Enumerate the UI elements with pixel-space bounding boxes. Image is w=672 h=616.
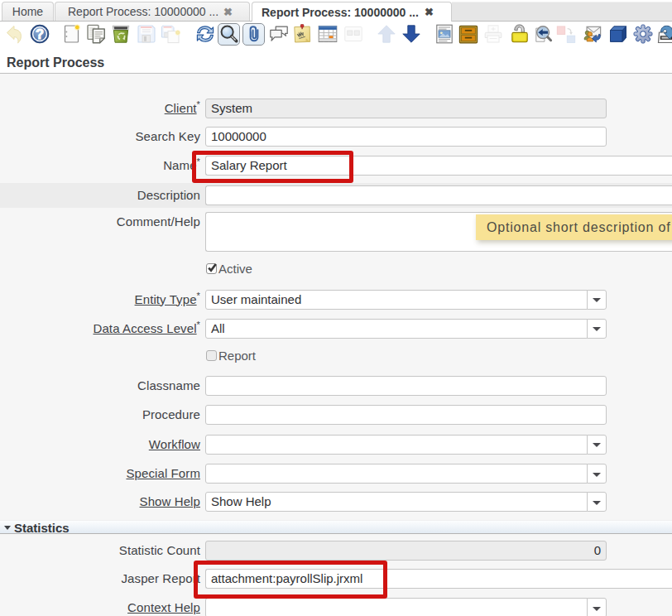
tab-report-process-2-label: Report Process: 10000000 ... (262, 6, 419, 19)
refresh-icon[interactable] (195, 24, 215, 44)
grid-toggle-icon[interactable] (318, 24, 338, 44)
tab-report-process-1-label: Report Process: 10000000 ... (68, 5, 218, 18)
tab-strip-empty-area (452, 2, 672, 21)
zoom-across-icon[interactable] (534, 24, 554, 44)
context-help-dropdown-button[interactable] (587, 598, 607, 616)
data-access-level-value[interactable]: All (205, 319, 588, 339)
report-checkbox-label: Report (218, 350, 256, 362)
data-access-level-label: Data Access Level* (0, 319, 200, 339)
delete-record-icon[interactable] (111, 24, 131, 44)
procedure-label: Procedure (0, 405, 200, 425)
classname-field[interactable] (205, 376, 607, 396)
export-icon[interactable] (657, 24, 672, 44)
chevron-down-icon (593, 473, 601, 477)
context-help-label: Context Help (0, 598, 200, 616)
active-checkbox-label: Active (218, 263, 252, 275)
special-form-value[interactable] (205, 464, 588, 484)
copy-record-icon[interactable] (86, 24, 106, 44)
procedure-field[interactable] (205, 405, 607, 425)
tab-home-label: Home (12, 5, 43, 18)
chevron-down-icon (593, 607, 601, 611)
name-label: Name* (0, 156, 200, 176)
data-access-level-dropdown-button[interactable] (587, 319, 607, 339)
tooltip: Optional short description of t (476, 214, 672, 240)
lock-icon[interactable] (510, 24, 530, 44)
description-field[interactable] (205, 185, 672, 205)
workflow-value[interactable] (205, 435, 588, 455)
tab-home[interactable]: Home (2, 2, 54, 21)
entity-type-label: Entity Type* (0, 290, 200, 310)
show-help-dropdown-button[interactable] (587, 492, 607, 512)
client-field[interactable]: System (205, 99, 607, 118)
context-help-value[interactable] (205, 598, 588, 616)
jasper-report-label: Jasper Report (0, 569, 200, 589)
show-help-combo[interactable]: Show Help (205, 492, 607, 512)
title-bar: Report Process (0, 47, 672, 74)
chat-icon[interactable] (269, 24, 289, 44)
classname-label: Classname (0, 376, 200, 396)
find-icon[interactable] (218, 23, 240, 46)
special-form-combo[interactable] (205, 464, 607, 484)
annotation-box-jasper (194, 561, 387, 599)
report-checkbox[interactable] (206, 350, 217, 361)
annotation-box-name (192, 151, 353, 183)
workflow-dropdown-button[interactable] (587, 435, 607, 455)
search-key-label: Search Key (0, 127, 200, 147)
collapse-triangle-icon (4, 526, 11, 530)
client-label: Client* (0, 99, 200, 118)
search-key-field[interactable]: 10000000 (205, 127, 607, 147)
product-info-icon[interactable] (608, 24, 628, 44)
new-record-icon[interactable] (62, 24, 82, 44)
save-icon[interactable] (137, 24, 156, 44)
print-icon[interactable] (483, 24, 503, 44)
tab-report-process-1[interactable]: Report Process: 10000000 ... ✖ (55, 2, 250, 21)
check-icon (207, 262, 218, 273)
tab-close-icon[interactable]: ✖ (223, 7, 233, 17)
chevron-down-icon (593, 501, 601, 505)
detail-grid-icon[interactable] (343, 24, 363, 44)
archive-icon[interactable] (458, 24, 478, 44)
report-process-window: Home Report Process: 10000000 ... ✖ Repo… (0, 0, 672, 616)
save-create-icon[interactable] (161, 24, 180, 44)
preference-icon[interactable] (633, 24, 653, 44)
active-checkbox[interactable] (206, 263, 217, 274)
page-title: Report Process (7, 55, 104, 70)
workflow-icon[interactable] (556, 24, 576, 44)
show-help-value[interactable]: Show Help (205, 492, 588, 512)
ignore-icon[interactable] (4, 24, 24, 44)
parent-record-icon[interactable] (377, 24, 396, 44)
statistics-group-label: Statistics (14, 521, 70, 535)
chevron-down-icon (593, 443, 601, 447)
description-label: Description (0, 185, 200, 205)
context-help-combo[interactable] (205, 598, 607, 616)
tab-close-icon-active[interactable]: ✖ (425, 7, 434, 17)
check-requests-icon[interactable] (583, 24, 602, 44)
toolbar: ? (0, 23, 672, 47)
entity-type-value[interactable]: User maintained (205, 290, 588, 310)
tab-bar: Home Report Process: 10000000 ... ✖ Repo… (0, 0, 672, 23)
comment-help-label: Comment/Help (0, 212, 200, 232)
statistic-count-field[interactable]: 0 (205, 541, 607, 561)
svg-text:?: ? (36, 26, 44, 41)
chevron-down-icon (593, 327, 601, 331)
workflow-label: Workflow (0, 435, 200, 455)
special-form-label: Special Form (0, 464, 200, 484)
data-access-level-combo[interactable]: All (205, 319, 607, 339)
report-icon[interactable] (434, 24, 454, 44)
entity-type-dropdown-button[interactable] (587, 290, 607, 310)
attachment-icon[interactable] (242, 23, 265, 46)
show-help-label: Show Help (0, 492, 200, 512)
statistic-count-label: Statistic Count (0, 541, 200, 561)
statistics-group-header[interactable]: Statistics (0, 520, 672, 534)
workflow-combo[interactable] (205, 435, 607, 455)
help-icon[interactable]: ? (30, 24, 50, 44)
postit-note-icon[interactable] (292, 24, 312, 44)
tab-report-process-2[interactable]: Report Process: 10000000 ... ✖ (252, 2, 452, 22)
detail-record-icon[interactable] (401, 24, 421, 44)
entity-type-combo[interactable]: User maintained (205, 290, 607, 310)
chevron-down-icon (593, 298, 601, 302)
special-form-dropdown-button[interactable] (587, 464, 607, 484)
